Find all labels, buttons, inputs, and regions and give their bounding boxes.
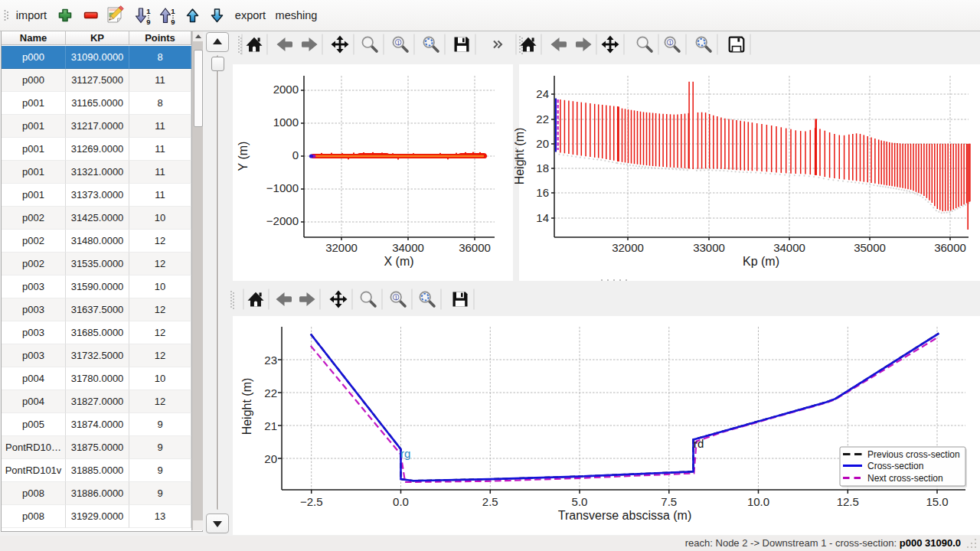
svg-text:23: 23 — [264, 354, 277, 367]
svg-text:Height (m): Height (m) — [514, 128, 526, 185]
svg-text:−2.5: −2.5 — [300, 495, 323, 508]
svg-text:24: 24 — [536, 87, 549, 100]
svg-text:−2000: −2000 — [266, 214, 299, 227]
svg-text:1: 1 — [397, 40, 400, 47]
svg-text:5.0: 5.0 — [572, 495, 588, 508]
svg-text:7.5: 7.5 — [661, 495, 677, 508]
svg-text:Previous cross-section: Previous cross-section — [867, 449, 960, 460]
svg-text:Cross-section: Cross-section — [867, 461, 923, 471]
svg-text:12.5: 12.5 — [837, 495, 859, 508]
svg-text:meshing: meshing — [276, 9, 318, 21]
svg-text:Y (m): Y (m) — [237, 142, 250, 171]
svg-text:Transverse abscissa (m): Transverse abscissa (m) — [558, 509, 692, 522]
svg-text:18: 18 — [536, 161, 549, 174]
svg-text:1: 1 — [394, 295, 397, 302]
svg-text:32000: 32000 — [325, 241, 358, 254]
svg-text:Height (m): Height (m) — [240, 378, 253, 435]
svg-text:1: 1 — [668, 40, 671, 47]
svg-text:1: 1 — [146, 7, 151, 15]
svg-text:15.0: 15.0 — [926, 495, 948, 508]
svg-text:34000: 34000 — [392, 241, 424, 254]
svg-text:2000: 2000 — [273, 83, 299, 96]
svg-text:33000: 33000 — [693, 241, 725, 254]
svg-text:34000: 34000 — [773, 241, 805, 254]
svg-text:import: import — [16, 9, 47, 21]
svg-text:36000: 36000 — [459, 241, 491, 254]
svg-text:0.0: 0.0 — [393, 495, 409, 508]
svg-text:16: 16 — [536, 186, 549, 199]
svg-text:32000: 32000 — [612, 241, 644, 254]
svg-text:0: 0 — [292, 148, 299, 161]
svg-text:22: 22 — [536, 112, 549, 126]
svg-text:14: 14 — [536, 211, 549, 224]
svg-text:Kp (m): Kp (m) — [743, 255, 779, 268]
svg-text:1: 1 — [171, 7, 175, 15]
svg-text:2.5: 2.5 — [482, 495, 498, 508]
svg-text:22: 22 — [264, 386, 277, 399]
svg-text:21: 21 — [264, 419, 277, 432]
svg-text:rd: rd — [694, 437, 704, 450]
svg-text:36000: 36000 — [934, 241, 966, 254]
svg-text:20: 20 — [536, 137, 549, 150]
svg-text:X (m): X (m) — [384, 255, 413, 268]
svg-text:−1000: −1000 — [266, 181, 299, 194]
svg-text:9: 9 — [171, 18, 175, 26]
svg-text:rg: rg — [400, 447, 410, 460]
svg-text:20: 20 — [264, 452, 277, 465]
svg-text:35000: 35000 — [854, 241, 886, 254]
svg-text:10.0: 10.0 — [747, 495, 769, 508]
svg-text:1000: 1000 — [273, 116, 299, 129]
svg-text:9: 9 — [146, 18, 150, 26]
svg-text:export: export — [235, 9, 266, 21]
svg-text:Next cross-section: Next cross-section — [867, 473, 943, 484]
